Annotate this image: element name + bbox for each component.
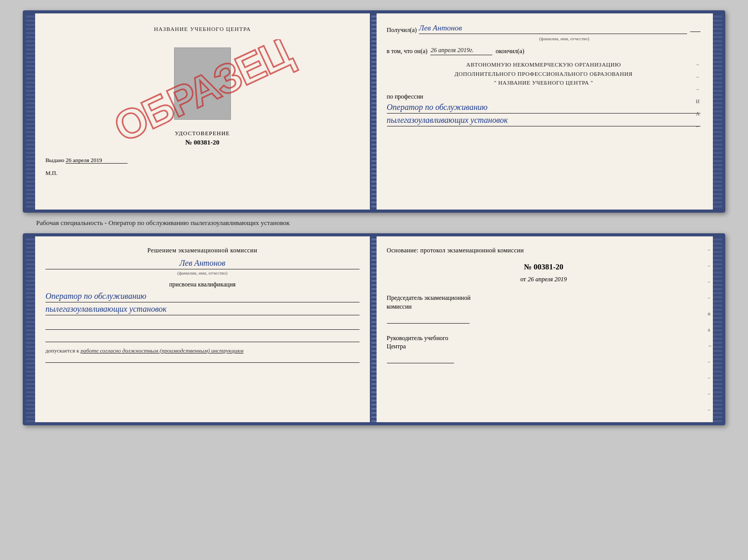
rukovoditel-line2: Центра (387, 342, 701, 351)
rukovoditel-label: Руководитель учебного Центра (387, 334, 701, 364)
rukovoditel-line1: Руководитель учебного (387, 334, 701, 343)
right-dashes-bottom: – – – – и а ← – – – – – (708, 247, 713, 425)
predsedatel-label: Председатель экзаменационной комиссии (387, 294, 701, 324)
predsedatel-line2: комиссии (387, 302, 701, 311)
blank-line3 (45, 354, 360, 363)
vydano-line: Выдано 26 апреля 2019 (45, 157, 360, 164)
blank-line1 (45, 321, 360, 330)
commission-person-name: Лев Антонов (45, 259, 360, 269)
center-spine-top (371, 13, 377, 210)
stamp-area (45, 47, 360, 120)
between-label: Рабочая специальность - Оператор по обсл… (10, 219, 290, 227)
okonchil-label: окончил(а) (495, 47, 524, 55)
udostoverenie-label: УДОСТОВЕРЕНИЕ (45, 130, 360, 136)
org-line3: " НАЗВАНИЕ УЧЕБНОГО ЦЕНТРА " (387, 78, 701, 88)
org-name-top: НАЗВАНИЕ УЧЕБНОГО ЦЕНТРА (45, 26, 360, 32)
dopuskaetsya-prefix: допускается к (45, 347, 79, 354)
qual-line2: пылегазоулавливающих установок (45, 305, 360, 315)
org-line1: АВТОНОМНУЮ НЕКОММЕРЧЕСКУЮ ОРГАНИЗАЦИЮ (387, 60, 701, 70)
vydano-date: 26 апреля 2019 (66, 157, 128, 164)
bottom-document-book: Решением экзаменационной комиссии Лев Ан… (23, 233, 725, 425)
udostoverenie-number: № 00381-20 (45, 138, 360, 147)
book-content-top: НАЗВАНИЕ УЧЕБНОГО ЦЕНТРА ОБРАЗЕЦ УДОСТОВ… (35, 13, 713, 210)
org-block: АВТОНОМНУЮ НЕКОММЕРЧЕСКУЮ ОРГАНИЗАЦИЮ ДО… (387, 60, 701, 88)
predsedatel-underline (387, 314, 470, 324)
ot-line: от 26 апреля 2019 (387, 276, 701, 283)
org-line2: ДОПОЛНИТЕЛЬНОГО ПРОФЕССИОНАЛЬНОГО ОБРАЗО… (387, 70, 701, 79)
prisvoyena-label: присвоена квалификация (45, 281, 360, 289)
qual-line1: Оператор по обслуживанию (45, 292, 360, 302)
fio-hint-bottom: (фамилия, имя, отчество) (45, 270, 360, 276)
rukovoditel-underline (387, 354, 454, 363)
osnovanie-label: Основание: протокол экзаменационной коми… (387, 247, 701, 254)
resheniem-label: Решением экзаменационной комиссии (45, 247, 360, 254)
dash-after-name (690, 31, 700, 32)
profession-line1: Оператор по обслуживанию (387, 103, 701, 114)
udostoverenie-block: УДОСТОВЕРЕНИЕ № 00381-20 (45, 130, 360, 147)
spine-left-bottom (26, 236, 35, 422)
photo-placeholder (174, 47, 231, 120)
book-content-bottom: Решением экзаменационной комиссии Лев Ан… (35, 236, 713, 422)
center-spine-bottom (371, 236, 377, 422)
poluchil-line: Получил(а) Лев Антонов (387, 24, 701, 34)
left-page-top: НАЗВАНИЕ УЧЕБНОГО ЦЕНТРА ОБРАЗЕЦ УДОСТОВ… (35, 13, 371, 210)
po-professii-label: по профессии (387, 93, 701, 101)
bottom-right-page: Основание: протокол экзаменационной коми… (377, 236, 713, 422)
fio-hint-top: (фамилия, имя, отчество) (428, 36, 701, 41)
spine-right-top (713, 13, 722, 210)
vydano-label: Выдано (45, 157, 65, 163)
predsedatel-line1: Председатель экзаменационной (387, 294, 701, 302)
right-page-top: Получил(а) Лев Антонов (фамилия, имя, от… (377, 13, 713, 210)
vtom-date: 26 апреля 2019г. (430, 46, 492, 55)
top-document-book: НАЗВАНИЕ УЧЕБНОГО ЦЕНТРА ОБРАЗЕЦ УДОСТОВ… (23, 10, 725, 213)
poluchil-label: Получил(а) (387, 26, 417, 34)
spine-left (26, 13, 35, 210)
profession-line2: пылегазоулавливающих установок (387, 116, 701, 126)
vtom-line: в том, что он(а) 26 апреля 2019г. окончи… (387, 46, 701, 55)
dopuskaetsya-text: допускается к работе согласно должностны… (45, 347, 360, 354)
dopuskaetsya-italic: работе согласно должностным (производств… (81, 347, 243, 354)
protocol-number: № 00381-20 (387, 263, 701, 271)
mp-line: М.П. (45, 170, 360, 176)
bottom-left-page: Решением экзаменационной комиссии Лев Ан… (35, 236, 371, 422)
blank-line2 (45, 333, 360, 342)
ot-date: 26 апреля 2019 (527, 276, 567, 283)
poluchil-name: Лев Антонов (419, 24, 687, 34)
vtom-label: в том, что он(а) (387, 47, 428, 55)
right-dashes-top: – – – и а ← (695, 60, 701, 131)
spine-right-bottom (713, 236, 722, 422)
ot-label: от (520, 276, 526, 283)
